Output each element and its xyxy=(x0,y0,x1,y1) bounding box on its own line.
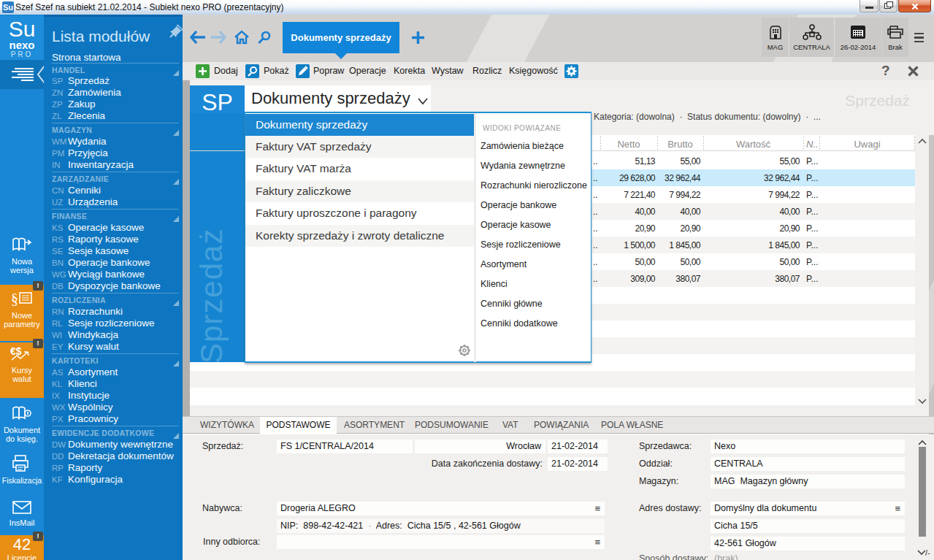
svg-text:§: § xyxy=(11,291,18,307)
svg-text:€$: €$ xyxy=(10,345,22,357)
